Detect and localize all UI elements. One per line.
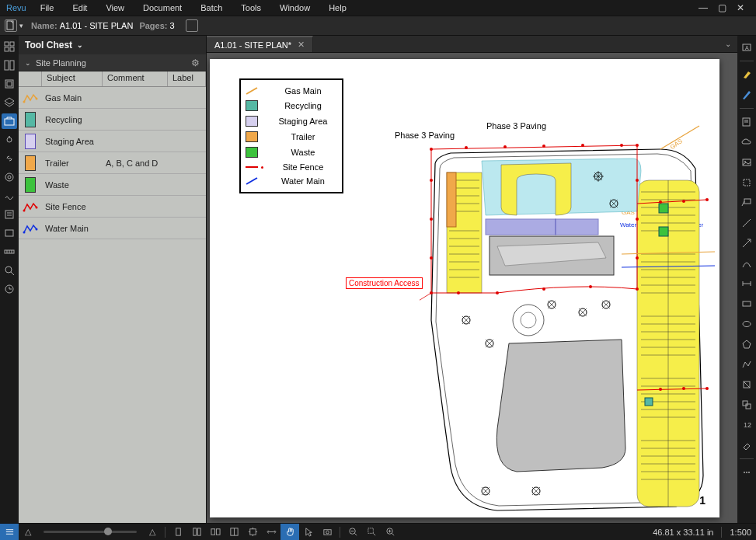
menu-view[interactable]: View <box>106 3 124 12</box>
panel-title-bar[interactable]: Tool Chest ⌄ <box>19 36 206 54</box>
status-scale[interactable]: 1:500 <box>725 528 756 537</box>
canvas[interactable]: Gas Main Recycling Staging Area Trailer … <box>207 53 737 523</box>
split-icon[interactable] <box>225 524 243 541</box>
zoom-out-icon[interactable] <box>343 524 362 541</box>
menu-edit[interactable]: Edit <box>72 3 87 12</box>
gear-icon[interactable]: ⚙ <box>191 57 200 68</box>
image-icon[interactable] <box>739 154 754 171</box>
group-icon[interactable] <box>739 396 754 413</box>
studio-icon[interactable] <box>2 225 17 241</box>
thumbnails-icon[interactable] <box>2 39 17 54</box>
tool-row[interactable]: Recycling <box>19 109 206 131</box>
svg-point-81 <box>521 312 536 328</box>
text-box-icon[interactable]: A <box>739 39 754 56</box>
maximize-button[interactable]: ▢ <box>712 2 731 13</box>
zoom-box-icon[interactable] <box>362 524 381 541</box>
menu-document[interactable]: Document <box>143 3 182 12</box>
more-tools-icon[interactable] <box>739 464 754 481</box>
col-subject[interactable]: Subject <box>42 71 103 86</box>
close-tab-icon[interactable]: ✕ <box>298 40 305 50</box>
col-label[interactable]: Label <box>168 71 206 86</box>
snapshot-icon[interactable] <box>318 524 336 541</box>
plan-label-construction: Construction Access <box>346 277 423 289</box>
menu-batch[interactable]: Batch <box>200 3 222 12</box>
search-icon[interactable] <box>2 263 17 278</box>
svg-point-97 <box>542 287 545 291</box>
tool-row[interactable]: Staging Area <box>19 131 206 152</box>
dimension-icon[interactable] <box>739 275 754 292</box>
toolchest-icon[interactable] <box>2 113 17 129</box>
menu-window[interactable]: Window <box>280 3 310 12</box>
layers-icon[interactable] <box>2 95 17 110</box>
legend-label: Site Fence <box>269 162 337 172</box>
settings-icon[interactable] <box>2 169 17 185</box>
menu-file[interactable]: File <box>40 3 54 12</box>
slider-thumb[interactable] <box>104 528 112 535</box>
pen-icon[interactable] <box>739 86 754 103</box>
svg-point-91 <box>636 144 639 147</box>
markups-list-icon[interactable] <box>0 524 19 541</box>
ellipse-icon[interactable] <box>739 315 754 333</box>
eraser-icon[interactable] <box>739 437 754 454</box>
page-slider[interactable] <box>44 531 137 533</box>
single-page-icon[interactable] <box>169 524 187 541</box>
prev-page-icon[interactable]: △ <box>19 524 37 541</box>
tab-menu-icon[interactable]: ⌄ <box>719 40 737 48</box>
polygon-icon[interactable] <box>739 336 754 353</box>
properties-icon[interactable] <box>2 132 17 148</box>
two-up-icon[interactable] <box>206 524 225 541</box>
count-icon[interactable]: 12 <box>739 416 754 434</box>
history-icon[interactable] <box>2 281 17 297</box>
doc-dropdown-icon[interactable]: ▾ <box>19 22 23 30</box>
section-name: Site Planning <box>36 58 86 68</box>
page-props-icon[interactable] <box>186 19 198 32</box>
next-page-icon[interactable]: △ <box>143 524 162 541</box>
continuous-icon[interactable] <box>187 524 206 541</box>
document-tab[interactable]: A1.01 - SITE PLAN* ✕ <box>207 36 313 52</box>
fit-width-icon[interactable] <box>262 524 280 541</box>
tool-row[interactable]: Waste <box>19 174 206 196</box>
new-doc-icon[interactable] <box>5 19 17 32</box>
crop-icon[interactable] <box>739 174 754 191</box>
page-view[interactable]: Gas Main Recycling Staging Area Trailer … <box>210 59 719 517</box>
panel-section-header[interactable]: ⌄ Site Planning ⚙ <box>19 54 206 71</box>
stamp-icon[interactable] <box>739 376 754 393</box>
app-brand: Revu <box>6 3 26 12</box>
rectangle-icon[interactable] <box>739 295 754 312</box>
tool-row[interactable]: Site Fence <box>19 196 206 218</box>
flags-icon[interactable] <box>2 76 17 92</box>
svg-line-128 <box>743 219 751 227</box>
bookmarks-icon[interactable] <box>2 57 17 73</box>
arc-icon[interactable] <box>739 255 754 272</box>
row-subject: Trailer <box>42 159 103 168</box>
pages-value: 3 <box>169 21 174 30</box>
arrow-icon[interactable] <box>739 235 754 252</box>
highlight-icon[interactable] <box>739 66 754 83</box>
signatures-icon[interactable] <box>2 188 17 204</box>
svg-rect-127 <box>744 199 751 204</box>
select-icon[interactable] <box>299 524 318 541</box>
tool-row[interactable]: Trailer A, B, C and D <box>19 152 206 174</box>
svg-rect-1 <box>5 42 9 46</box>
zoom-in-icon[interactable] <box>381 524 399 541</box>
line-icon[interactable] <box>739 214 754 232</box>
links-icon[interactable] <box>2 151 17 166</box>
col-comment[interactable]: Comment <box>103 71 168 86</box>
polyline-icon[interactable] <box>739 356 754 373</box>
note-icon[interactable] <box>739 113 754 131</box>
toolchest-panel: Tool Chest ⌄ ⌄ Site Planning ⚙ Subject C… <box>19 36 207 523</box>
tool-row[interactable]: Water Main <box>19 218 206 239</box>
callout-icon[interactable] <box>739 194 754 211</box>
menu-tools[interactable]: Tools <box>241 3 261 12</box>
tool-row[interactable]: Gas Main <box>19 87 206 109</box>
menu-help[interactable]: Help <box>329 3 347 12</box>
forms-icon[interactable] <box>2 207 17 222</box>
measure-icon[interactable] <box>2 244 17 260</box>
close-button[interactable]: ✕ <box>731 2 750 13</box>
minimize-button[interactable]: — <box>694 2 712 13</box>
pan-icon[interactable] <box>280 524 299 541</box>
cloud-icon[interactable] <box>739 134 754 151</box>
svg-point-107 <box>659 388 662 391</box>
fit-page-icon[interactable] <box>243 524 262 541</box>
svg-line-129 <box>743 240 750 247</box>
